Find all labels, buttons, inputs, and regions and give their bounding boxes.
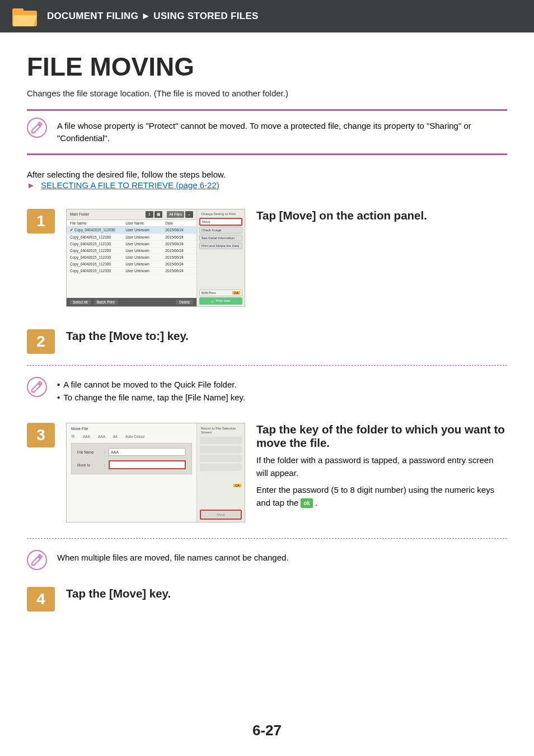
search-icon[interactable]: ⌕ bbox=[185, 211, 193, 218]
file-row[interactable]: ✔ Copy_04042015_112030User Unknown2015/0… bbox=[67, 227, 196, 234]
shot3-tab-d: Auto Colour bbox=[125, 435, 144, 438]
after-selecting-text: After selecting the desired file, follow… bbox=[27, 170, 507, 179]
step-3-screenshot: Move File ▤ AAA AAA A4 Auto Colour File … bbox=[66, 423, 245, 522]
page-title: FILE MOVING bbox=[27, 52, 507, 82]
up-icon[interactable]: ↥ bbox=[146, 211, 153, 218]
shot3-tab-c: A4 bbox=[113, 435, 118, 438]
file-row[interactable]: Copy_04042015_112330User Unknown2015/06/… bbox=[67, 268, 196, 274]
page-subtitle: Changes the file storage location. (The … bbox=[27, 88, 507, 98]
breadcrumb-page: USING STORED FILES bbox=[153, 11, 258, 21]
print-now-button[interactable]: ◇ Print Now bbox=[199, 297, 242, 305]
shot3-tab-a: AAA bbox=[83, 435, 90, 438]
diamond-icon: ◇ bbox=[211, 299, 214, 303]
page-number: 6-27 bbox=[0, 722, 534, 739]
delete-button[interactable]: Delete bbox=[176, 300, 193, 305]
side-slot bbox=[200, 446, 242, 453]
file-row[interactable]: Copy_04042015_112200User Unknown2015/06/… bbox=[67, 248, 196, 254]
move-to-label: Move to bbox=[77, 463, 101, 467]
shot1-folder-title: Main Folder bbox=[70, 212, 89, 216]
print-delete-item[interactable]: Print and Delete the Data bbox=[199, 242, 242, 249]
link-arrow-icon: ► bbox=[27, 180, 35, 190]
breadcrumb-separator: ► bbox=[141, 11, 151, 21]
file-row[interactable]: Copy_04042015_112130User Unknown2015/06/… bbox=[67, 241, 196, 248]
dashed-divider bbox=[27, 538, 507, 539]
step-3-badge: 3 bbox=[27, 423, 55, 447]
step-3-body-2: Enter the password (5 to 8 digit number)… bbox=[256, 484, 507, 509]
move-button[interactable]: Move bbox=[200, 510, 242, 520]
side-slot bbox=[200, 437, 242, 444]
step-4-heading: Tap the [Move] key. bbox=[66, 587, 507, 600]
side-slot bbox=[200, 455, 242, 462]
file-row[interactable]: Copy_04042015_112230User Unknown2015/06/… bbox=[67, 254, 196, 261]
svg-rect-1 bbox=[12, 8, 24, 14]
multi-file-note: When multiple files are moved, file name… bbox=[57, 551, 289, 564]
all-files-chip[interactable]: All Files bbox=[167, 211, 184, 218]
shot3-title: Move File bbox=[71, 427, 192, 431]
shot3-tab-b: AAA bbox=[98, 435, 105, 438]
breadcrumb-section: DOCUMENT FILING bbox=[47, 11, 138, 21]
side-slot bbox=[200, 464, 242, 471]
breadcrumb: DOCUMENT FILING ► USING STORED FILES bbox=[47, 11, 259, 22]
step-1-heading: Tap [Move] on the action panel. bbox=[256, 209, 507, 222]
header-bar: DOCUMENT FILING ► USING STORED FILES bbox=[0, 0, 534, 32]
col-date[interactable]: Date bbox=[165, 221, 193, 225]
file-row[interactable]: Copy_04042015_112300User Unknown2015/06/… bbox=[67, 261, 196, 268]
select-all-button[interactable]: Select All bbox=[70, 300, 91, 305]
move-item[interactable]: Move bbox=[199, 218, 242, 226]
batch-print-button[interactable]: Batch Print bbox=[94, 300, 118, 305]
bw-print-label: B/W Print bbox=[202, 291, 216, 295]
return-item[interactable]: Return to File Selection Screen bbox=[200, 426, 242, 435]
step-3-heading: Tap the key of the folder to which you w… bbox=[256, 423, 507, 450]
file-name-label: File Name bbox=[77, 450, 101, 454]
step-2-heading: Tap the [Move to:] key. bbox=[66, 329, 507, 343]
file-name-input[interactable]: AAA bbox=[109, 448, 186, 456]
step-4-badge: 4 bbox=[27, 587, 55, 612]
step2-note-1: •A file cannot be moved to the Quick Fil… bbox=[57, 378, 245, 391]
step-1-screenshot: Main Folder ↥ ▦ All Files ⌕ File Name Us… bbox=[66, 209, 245, 307]
check-image-item[interactable]: Check Image bbox=[199, 227, 242, 234]
note-icon bbox=[27, 550, 47, 570]
bw-print-item[interactable]: B/W Print CA bbox=[199, 290, 242, 296]
ca-badge[interactable]: CA bbox=[232, 291, 240, 295]
col-user-name[interactable]: User Name bbox=[125, 221, 165, 225]
ok-chip: ok bbox=[301, 498, 313, 508]
page-icon: ▤ bbox=[71, 434, 75, 438]
note-icon bbox=[27, 377, 47, 397]
ca-badge[interactable]: CA bbox=[233, 484, 241, 487]
file-row[interactable]: Copy_04042015_112100User Unknown2015/06/… bbox=[67, 234, 196, 241]
change-setting-item[interactable]: Change Setting to Print bbox=[199, 211, 242, 217]
protect-note: A file whose property is "Protect" canno… bbox=[57, 118, 507, 144]
step-3-body-1: If the folder with a password is tapped,… bbox=[256, 454, 507, 479]
step-1-badge: 1 bbox=[27, 209, 55, 234]
print-now-label: Print Now bbox=[216, 299, 230, 302]
folder-icon bbox=[11, 5, 38, 27]
note-icon bbox=[27, 118, 47, 138]
grid-icon[interactable]: ▦ bbox=[154, 211, 162, 218]
col-file-name[interactable]: File Name bbox=[70, 221, 125, 225]
see-detail-item[interactable]: See Detail Information bbox=[199, 235, 242, 241]
selecting-file-link[interactable]: SELECTING A FILE TO RETRIEVE (page 6-22) bbox=[41, 180, 219, 190]
dashed-divider bbox=[27, 365, 507, 366]
move-to-input[interactable] bbox=[109, 460, 186, 469]
step2-note-2: •To change the file name, tap the [File … bbox=[57, 391, 245, 404]
step-2-badge: 2 bbox=[27, 329, 55, 354]
divider bbox=[27, 153, 507, 155]
